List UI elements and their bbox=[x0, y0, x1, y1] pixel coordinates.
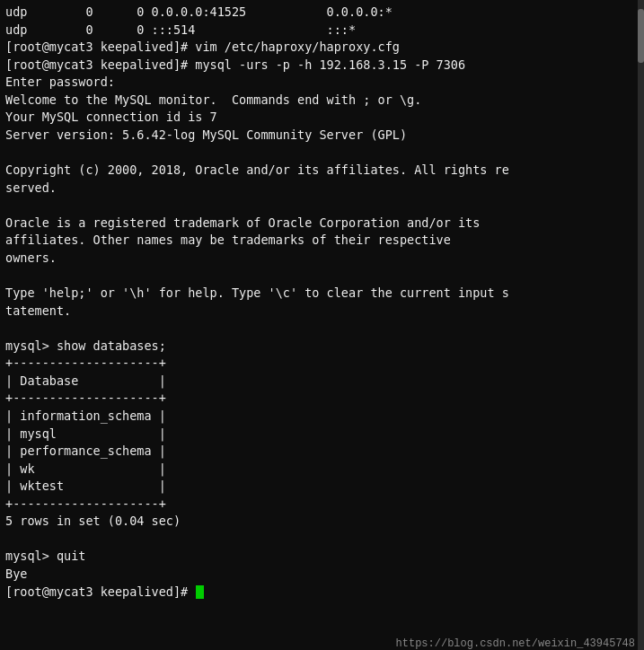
status-bar: https://blog.csdn.net/weixin_43945748 bbox=[396, 637, 635, 650]
scrollbar-thumb[interactable] bbox=[638, 9, 644, 63]
status-url: https://blog.csdn.net/weixin_43945748 bbox=[396, 637, 635, 650]
terminal-content: udp 0 0 0.0.0.0:41525 0.0.0.0:* udp 0 0 … bbox=[5, 4, 639, 601]
terminal-window: udp 0 0 0.0.0.0:41525 0.0.0.0:* udp 0 0 … bbox=[0, 0, 644, 650]
terminal-cursor bbox=[196, 585, 204, 599]
scrollbar[interactable] bbox=[638, 0, 644, 650]
